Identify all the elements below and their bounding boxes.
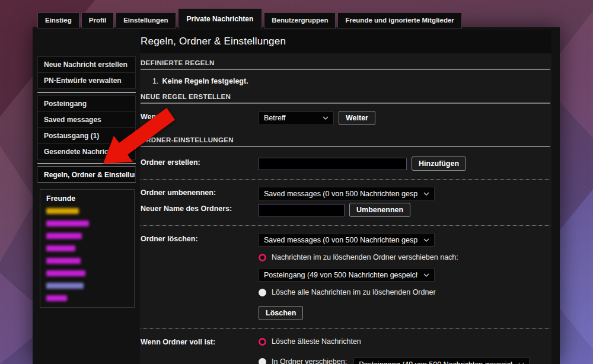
page-title-band: Regeln, Ordner & Einstellungen <box>140 30 551 53</box>
tab-einstieg[interactable]: Einstieg <box>37 12 79 28</box>
chevron-down-icon <box>423 238 429 242</box>
blurred-username[interactable] <box>46 295 67 301</box>
sidebar-item-posteingang[interactable]: Posteingang <box>37 95 136 112</box>
full-delete-oldest-option[interactable]: Lösche älteste Nachrichten <box>259 337 361 346</box>
radio-selected-icon[interactable] <box>259 338 266 346</box>
section-definierte-regeln: DEFINIERTE REGELN <box>141 54 550 70</box>
wenn-label: Wenn: <box>141 111 259 121</box>
delete-all-option[interactable]: Lösche alle Nachrichten im zu löschenden… <box>259 288 436 296</box>
delete-move-target-select[interactable]: Posteingang (49 von 500 Nachrichten gesp… <box>259 268 435 282</box>
friends-title: Freunde <box>46 194 128 203</box>
section-neue-regel: NEUE REGEL ERSTELLEN <box>141 88 550 104</box>
settings-content: DEFINIERTE REGELN 1.Keine Regeln festgel… <box>140 53 551 364</box>
weiter-button[interactable]: Weiter <box>339 111 375 125</box>
section-ordner-einstellungen: ORDNER-EINSTELLUNGEN <box>141 131 550 147</box>
tab-profil[interactable]: Profil <box>81 12 114 28</box>
full-move-option[interactable]: In Ordner verschieben: Posteingang (49 v… <box>259 357 530 364</box>
rules-empty-item: 1.Keine Regeln festgelegt. <box>152 77 551 85</box>
dotted-divider <box>141 328 550 329</box>
blurred-username[interactable] <box>46 221 89 226</box>
forum-settings-window: Einstieg Profil Einstellungen Private Na… <box>33 0 560 364</box>
rename-folder-input[interactable] <box>259 204 345 216</box>
friends-list <box>46 208 128 301</box>
sidebar-divider <box>37 92 136 93</box>
pm-sidebar: Neue Nachricht erstellen PN-Entwürfe ver… <box>37 57 136 308</box>
sidebar-item-saved-messages[interactable]: Saved messages <box>37 111 136 128</box>
chevron-down-icon <box>423 192 429 196</box>
ordner-umbenennen-label: Ordner umbenennen: <box>141 187 259 197</box>
blurred-username[interactable] <box>46 283 84 289</box>
delete-folder-select[interactable]: Saved messages (0 von 500 Nachrichten ge… <box>259 233 435 247</box>
hinzufuegen-button[interactable]: Hinzufügen <box>412 157 466 171</box>
tab-freunde-ignorierte[interactable]: Freunde und ignorierte Mitglieder <box>337 12 461 28</box>
blurred-username[interactable] <box>46 245 75 251</box>
sidebar-item-postausgang[interactable]: Postausgang (1) <box>37 127 136 144</box>
rule-text: Keine Regeln festgelegt. <box>162 77 248 85</box>
radio-selected-icon[interactable] <box>259 254 266 261</box>
blurred-username[interactable] <box>46 233 82 239</box>
settings-panel: Neue Nachricht erstellen PN-Entwürfe ver… <box>33 27 560 364</box>
sidebar-item-pn-entwuerfe[interactable]: PN-Entwürfe verwalten <box>37 72 136 89</box>
tab-einstellungen[interactable]: Einstellungen <box>116 12 176 28</box>
delete-move-option[interactable]: Nachrichten im zu löschenden Ordner vers… <box>259 253 458 261</box>
friends-box: Freunde <box>40 189 135 308</box>
full-move-target-select[interactable]: Posteingang (49 von 500 Nachrichten gesp… <box>353 357 530 364</box>
tab-bar: Einstieg Profil Einstellungen Private Na… <box>37 8 462 28</box>
rule-condition-select[interactable]: Betreff <box>259 111 334 125</box>
chevron-down-icon <box>423 273 429 277</box>
neuer-name-label: Neuer Name des Ordners: <box>141 203 259 213</box>
blurred-username[interactable] <box>46 208 79 214</box>
dotted-divider <box>141 225 550 226</box>
rule-number: 1. <box>152 77 158 85</box>
page-title: Regeln, Ordner & Einstellungen <box>140 36 286 47</box>
sidebar-divider <box>37 163 136 164</box>
new-folder-name-input[interactable] <box>259 158 407 170</box>
loeschen-button[interactable]: Löschen <box>259 306 303 320</box>
radio-unselected-icon[interactable] <box>259 358 266 364</box>
dotted-divider <box>141 179 550 180</box>
ordner-voll-label: Wenn Ordner voll ist: <box>141 336 259 346</box>
sidebar-item-gesendete[interactable]: Gesendete Nachrichten <box>37 143 136 160</box>
blurred-username[interactable] <box>46 270 85 276</box>
ordner-erstellen-label: Ordner erstellen: <box>141 157 259 167</box>
radio-unselected-icon[interactable] <box>259 289 266 296</box>
chevron-down-icon <box>323 116 329 120</box>
ordner-loeschen-label: Ordner löschen: <box>141 233 259 243</box>
blurred-username[interactable] <box>46 258 81 264</box>
sidebar-item-neue-nachricht[interactable]: Neue Nachricht erstellen <box>37 56 136 73</box>
sidebar-item-regeln-ordner-einstellungen[interactable]: Regeln, Ordner & Einstellungen <box>37 167 136 183</box>
rename-folder-select[interactable]: Saved messages (0 von 500 Nachrichten ge… <box>259 187 435 200</box>
tab-private-nachrichten[interactable]: Private Nachrichten <box>178 8 263 28</box>
tab-benutzergruppen[interactable]: Benutzergruppen <box>264 12 336 28</box>
umbenennen-button[interactable]: Umbenennen <box>349 203 410 217</box>
